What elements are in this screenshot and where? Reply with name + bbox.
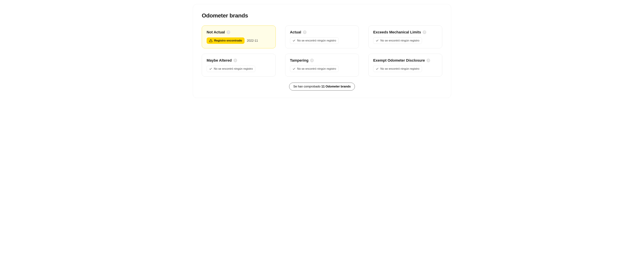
section-title: Odometer brands [202, 12, 442, 19]
odometer-brands-panel: Odometer brands Not Actual?Registro enco… [193, 4, 451, 98]
card-title: Not Actual? [206, 30, 271, 35]
no-record-badge: No se encontró ningún registro [290, 38, 338, 44]
help-icon[interactable]: ? [226, 30, 230, 34]
check-icon [292, 67, 296, 70]
status-row: No se encontró ningún registro [290, 38, 354, 44]
help-icon[interactable]: ? [303, 30, 306, 34]
check-icon [209, 67, 212, 70]
status-row: No se encontró ningún registro [206, 66, 271, 72]
cards-grid: Not Actual?Registro encontrado2022-11Act… [202, 26, 442, 77]
card-title-text: Tampering [290, 58, 308, 63]
status-row: Registro encontrado2022-11 [206, 38, 271, 44]
footer-bold: 11 Odometer brands [321, 85, 351, 88]
checked-count-button[interactable]: Se han comprobado 11 Odometer brands [289, 83, 355, 91]
help-icon[interactable]: ? [422, 30, 426, 34]
footer-prefix: Se han comprobado [293, 85, 321, 88]
footer-row: Se han comprobado 11 Odometer brands [202, 83, 442, 91]
no-record-badge: No se encontró ningún registro [373, 66, 422, 72]
card-title-text: Exceeds Mechanical Limits [373, 30, 421, 35]
check-icon [376, 39, 379, 42]
brand-card: Exempt Odometer Disclosure?No se encontr… [368, 54, 442, 77]
brand-card: Actual?No se encontró ningún registro [285, 26, 359, 48]
badge-text: No se encontró ningún registro [214, 67, 253, 71]
card-title: Maybe Altered? [206, 58, 271, 63]
brand-card: Not Actual?Registro encontrado2022-11 [202, 26, 276, 48]
no-record-badge: No se encontró ningún registro [290, 66, 338, 72]
check-icon [292, 39, 296, 42]
record-found-badge: Registro encontrado [206, 38, 244, 44]
svg-point-1 [211, 41, 211, 42]
help-icon[interactable]: ? [310, 59, 314, 62]
badge-text: No se encontró ningún registro [297, 39, 336, 42]
status-row: No se encontró ningún registro [290, 66, 354, 72]
warning-icon [209, 39, 212, 42]
card-title: Actual? [290, 30, 354, 35]
card-title: Exceeds Mechanical Limits? [373, 30, 438, 35]
no-record-badge: No se encontró ningún registro [373, 38, 422, 44]
badge-text: No se encontró ningún registro [297, 67, 336, 71]
badge-text: No se encontró ningún registro [380, 67, 419, 71]
card-title: Tampering? [290, 58, 354, 63]
status-row: No se encontró ningún registro [373, 66, 438, 72]
check-icon [376, 67, 379, 70]
brand-card: Exceeds Mechanical Limits?No se encontró… [368, 26, 442, 48]
badge-text: No se encontró ningún registro [380, 39, 419, 42]
card-title-text: Exempt Odometer Disclosure [373, 58, 425, 63]
brand-card: Tampering?No se encontró ningún registro [285, 54, 359, 77]
help-icon[interactable]: ? [234, 59, 237, 62]
record-date: 2022-11 [247, 39, 258, 43]
help-icon[interactable]: ? [426, 59, 430, 62]
card-title: Exempt Odometer Disclosure? [373, 58, 438, 63]
brand-card: Maybe Altered?No se encontró ningún regi… [202, 54, 276, 77]
status-row: No se encontró ningún registro [373, 38, 438, 44]
card-title-text: Not Actual [206, 30, 225, 35]
badge-text: Registro encontrado [214, 39, 242, 42]
no-record-badge: No se encontró ningún registro [206, 66, 255, 72]
card-title-text: Maybe Altered [206, 58, 232, 63]
card-title-text: Actual [290, 30, 301, 35]
